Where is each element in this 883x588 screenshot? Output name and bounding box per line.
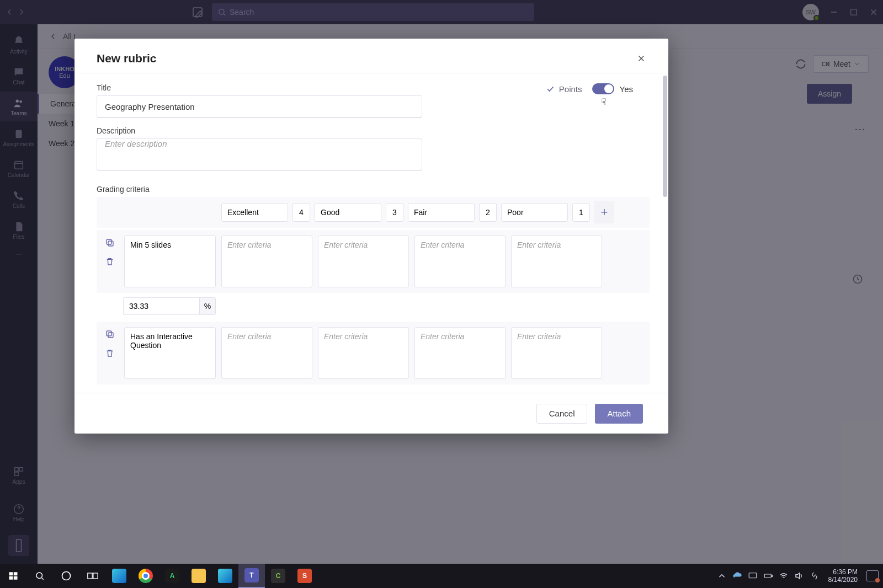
weight-input[interactable] [123,297,199,315]
search-icon [35,571,45,581]
trash-icon[interactable] [105,256,115,266]
criterion-cell[interactable] [318,236,409,287]
clock-time: 6:36 PM [833,568,858,576]
criterion-row: Has an Interactive Question [97,322,650,384]
description-label: Description [97,126,650,135]
levels-row: + [97,197,650,228]
scrollbar[interactable] [659,73,668,349]
points-label: Points [546,84,582,94]
level-points-input[interactable] [386,203,403,222]
weight-row: % [123,297,650,315]
clock[interactable]: 6:36 PM 8/14/2020 [825,568,861,584]
wifi-icon[interactable] [779,571,789,581]
trash-icon[interactable] [105,348,115,358]
level-points-input[interactable] [572,203,590,222]
svg-rect-23 [107,239,111,244]
link-icon[interactable] [810,571,820,581]
volume-icon[interactable] [794,571,804,581]
cancel-button[interactable]: Cancel [536,404,588,424]
folder-icon [192,569,206,583]
svg-rect-27 [14,572,18,575]
taskview-icon [87,571,98,580]
edge-icon [218,569,232,583]
svg-rect-34 [93,573,98,579]
criterion-cell[interactable] [414,327,506,379]
check-icon [546,84,555,93]
toggle-value: Yes [620,84,633,94]
snagit-icon: S [297,569,312,583]
taskbar-chrome[interactable] [132,564,159,588]
copy-icon[interactable] [105,238,115,248]
taskbar-app-a[interactable]: A [159,564,185,588]
criterion-cell[interactable] [511,236,602,287]
level-points-input[interactable] [479,203,497,222]
action-center-icon[interactable] [866,570,879,581]
chrome-icon [139,569,153,583]
svg-rect-25 [107,331,111,336]
windows-icon [8,571,18,581]
level-name-input[interactable] [315,203,381,222]
criterion-cell[interactable] [221,236,312,287]
grading-label: Grading criteria [97,185,650,194]
svg-rect-33 [88,573,92,579]
scroll-thumb[interactable] [663,76,667,197]
add-level-button[interactable]: + [594,201,614,223]
svg-marker-38 [796,573,800,579]
taskbar-edge[interactable] [106,564,132,588]
app-root: Search SW Activity Chat Teams Assignment… [0,0,883,588]
taskbar-explorer[interactable] [185,564,212,588]
svg-rect-26 [9,572,13,575]
taskbar-edge2[interactable] [212,564,238,588]
modal-overlay: New rubric Points Yes ☟ Title [0,0,883,588]
level-name-input[interactable] [221,203,288,222]
criterion-name-input[interactable]: Has an Interactive Question [124,327,216,379]
weight-unit: % [199,297,216,315]
taskbar-teams[interactable]: T [238,564,265,588]
criterion-cell[interactable] [511,327,602,379]
search-button[interactable] [26,564,53,588]
level-points-input[interactable] [292,203,310,222]
onedrive-icon[interactable] [732,571,742,581]
rubric-dialog: New rubric Points Yes ☟ Title [75,39,668,434]
points-toggle[interactable] [592,83,614,94]
description-input[interactable] [97,138,422,170]
svg-point-30 [36,573,42,579]
close-icon[interactable] [636,54,646,63]
battery-icon[interactable] [763,571,773,581]
level-name-input[interactable] [501,203,568,222]
taskview-button[interactable] [79,564,106,588]
criterion-cell[interactable] [318,327,409,379]
dialog-title: New rubric [97,52,157,65]
start-button[interactable] [0,564,26,588]
cortana-button[interactable] [53,564,79,588]
criterion-name-input[interactable]: Min 5 slides [124,236,216,287]
svg-point-32 [62,572,71,580]
svg-rect-37 [772,575,773,577]
taskbar-snagit[interactable]: S [291,564,318,588]
svg-rect-29 [14,576,18,580]
level-name-input[interactable] [408,203,475,222]
svg-rect-28 [9,576,13,580]
criterion-cell[interactable] [221,327,312,379]
app-a-icon: A [165,569,179,583]
copy-icon[interactable] [105,329,115,339]
svg-rect-36 [764,574,771,578]
toggle-knob [604,84,613,93]
edge-icon [112,569,126,583]
criterion-cell[interactable] [414,236,506,287]
display-icon[interactable] [748,571,758,581]
teams-app-icon: T [244,568,259,582]
svg-rect-35 [749,573,757,578]
taskbar: A T C S 6:36 PM 8/14/2020 [0,564,883,588]
chevron-up-icon[interactable] [717,571,727,581]
circle-icon [61,570,72,581]
cursor-hand-icon: ☟ [601,97,607,107]
camtasia-icon: C [271,569,285,583]
taskbar-camtasia[interactable]: C [265,564,291,588]
criterion-row: Min 5 slides [97,230,650,293]
attach-button[interactable]: Attach [595,404,643,424]
svg-rect-22 [108,241,113,246]
clock-date: 8/14/2020 [828,576,858,584]
title-input[interactable] [97,95,422,117]
svg-line-31 [42,578,44,580]
